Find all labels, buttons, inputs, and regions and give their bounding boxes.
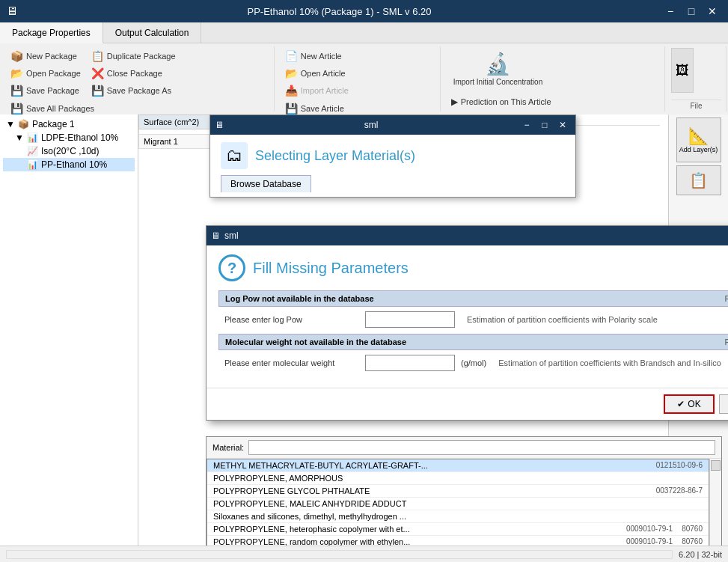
- material-list-container: METHYL METHACRYLATE-BUTYL ACRYLATE-GRAFT…: [207, 459, 721, 546]
- file-group-label: File: [671, 100, 721, 110]
- select-layer-close[interactable]: ✕: [554, 118, 571, 132]
- fill-missing-title-bar: 🖥 sml ✕: [207, 226, 728, 245]
- molweight-input[interactable]: [365, 355, 455, 371]
- material-list-scrollbar[interactable]: [709, 459, 721, 546]
- prediction-buttons: 🔬 Import Initial Concentration ▶ Predict…: [447, 48, 660, 125]
- logpow-form-row: Please enter log Pow Estimation of parti…: [218, 311, 728, 328]
- material-list[interactable]: METHYL METHACRYLATE-BUTYL ACRYLATE-GRAFT…: [207, 459, 709, 546]
- save-package-as-icon: 💾: [91, 85, 104, 97]
- ribbon-tabs: Package Properties Output Calculation: [0, 22, 728, 43]
- package-group: 📦New Package 📂Open Package 💾Save Package…: [1, 46, 275, 112]
- fill-missing-actions: ✔ OK ✕ Cancel: [207, 388, 728, 420]
- duplicate-package-icon: 📋: [91, 50, 104, 62]
- prediction-this-icon: ▶: [451, 97, 458, 107]
- logpow-input[interactable]: [365, 311, 455, 328]
- select-layer-dialog: 🖥 sml − □ ✕ 🗂 Selecting Layer Material(s…: [209, 114, 576, 198]
- select-layer-maximize[interactable]: □: [536, 118, 553, 132]
- tab-output-calculation[interactable]: Output Calculation: [103, 22, 202, 43]
- duplicate-package-button[interactable]: 📋Duplicate Package: [87, 48, 180, 64]
- iso-icon: 📈: [27, 146, 38, 156]
- open-article-button[interactable]: 📂Open Article: [281, 65, 353, 82]
- fill-missing-title-left: 🖥 sml: [211, 230, 239, 241]
- scroll-indicator[interactable]: [6, 550, 673, 559]
- list-item[interactable]: POLYPROPYLENE, heterophasic copolymer wi…: [207, 523, 709, 536]
- browse-database-tab[interactable]: Browse Database: [221, 175, 311, 192]
- title-bar-left: 🖥: [6, 4, 18, 18]
- select-layer-heading: Selecting Layer Material(s): [255, 148, 415, 164]
- select-layer-body: 🗂 Selecting Layer Material(s) Browse Dat…: [210, 135, 575, 197]
- package-icon: 📦: [18, 119, 29, 129]
- layer-action-button[interactable]: 📋: [676, 165, 721, 195]
- import-article-icon: 📥: [285, 85, 298, 97]
- logpow-label: Please enter log Pow: [224, 315, 359, 324]
- list-item[interactable]: METHYL METHACRYLATE-BUTYL ACRYLATE-GRAFT…: [207, 459, 709, 472]
- tree-item-package1[interactable]: ▼ 📦 Package 1: [3, 117, 135, 131]
- save-package-button[interactable]: 💾Save Package: [6, 82, 85, 99]
- fill-missing-heading: Fill Missing Parameters: [253, 260, 409, 277]
- list-item[interactable]: POLYPROPYLENE, MALEIC ANHYDRIDE ADDUCT: [207, 498, 709, 510]
- select-layer-title-btns: − □ ✕: [519, 118, 571, 132]
- close-package-button[interactable]: ❌Close Package: [87, 65, 180, 82]
- layer-action-icon: 📋: [689, 171, 708, 189]
- fill-missing-dialog: 🖥 sml ✕ ? Fill Missing Parameters Log Po…: [206, 225, 728, 421]
- material-name-display: [248, 440, 715, 455]
- save-all-icon: 💾: [10, 103, 23, 114]
- select-layer-title-bar: 🖥 sml − □ ✕: [210, 115, 575, 135]
- select-layer-tabs: Browse Database: [221, 175, 565, 192]
- molweight-hint: Estimation of partition coefficients wit…: [498, 358, 728, 367]
- main-area: ▼ 📦 Package 1 ▼ 📊 LDPE-Ethanol 10% 📈 Iso…: [0, 114, 728, 546]
- ok-icon: ✔: [677, 399, 685, 409]
- prediction-group: 🔬 Import Initial Concentration ▶ Predict…: [442, 46, 665, 112]
- tree-item-ldpe[interactable]: ▼ 📊 LDPE-Ethanol 10%: [3, 131, 135, 144]
- save-package-as-button[interactable]: 💾Save Package As: [87, 82, 180, 99]
- file-buttons: 🖼: [671, 48, 694, 100]
- fill-missing-header-row: ? Fill Missing Parameters: [218, 254, 728, 281]
- logpow-hint: Estimation of partition coefficients wit…: [467, 315, 728, 324]
- status-bar: 6.20 | 32-bit: [0, 546, 728, 562]
- material-label-row: Material:: [207, 437, 721, 459]
- fill-missing-icon: ?: [218, 254, 245, 281]
- tree-item-pp[interactable]: 📊 PP-Ethanol 10%: [3, 158, 135, 171]
- ok-button[interactable]: ✔ OK: [664, 394, 714, 414]
- import-article-button: 📥Import Article: [281, 82, 353, 99]
- select-layer-heading-row: 🗂 Selecting Layer Material(s): [221, 142, 565, 169]
- new-article-icon: 📄: [285, 50, 298, 62]
- material-label: Material:: [212, 443, 244, 452]
- list-item[interactable]: POLYPROPYLENE GLYCOL PHTHALATE 0037228-8…: [207, 485, 709, 498]
- app-icon: 🖥: [6, 4, 18, 18]
- maximize-button[interactable]: □: [682, 4, 701, 19]
- title-bar: 🖥 PP-Ethanol 10% (Package 1) - SML v 6.2…: [0, 0, 728, 22]
- fill-missing-dialog-icon: 🖥: [211, 230, 220, 241]
- ldpe-icon: 📊: [27, 132, 38, 143]
- molweight-unit: (g/mol): [461, 358, 486, 367]
- prediction-this-article-button[interactable]: ▶ Prediction on This Article: [447, 94, 560, 109]
- list-item[interactable]: Siloxanes and silicones, dimethyl, methy…: [207, 510, 709, 523]
- open-package-button[interactable]: 📂Open Package: [6, 65, 85, 82]
- article-group: 📄New Article 📂Open Article 📥Import Artic…: [276, 46, 441, 112]
- pp-icon: 📊: [27, 159, 38, 170]
- expand-icon: ▼: [6, 119, 15, 129]
- new-package-button[interactable]: 📦New Package: [6, 48, 85, 64]
- ribbon-content: 📦New Package 📂Open Package 💾Save Package…: [0, 43, 728, 114]
- minimize-button[interactable]: −: [661, 4, 680, 19]
- tab-package-properties[interactable]: Package Properties: [0, 22, 103, 43]
- material-select-area: Material: METHYL METHACRYLATE-BUTYL ACRY…: [206, 436, 722, 546]
- add-layer-button[interactable]: 📐 Add Layer(s): [676, 117, 721, 162]
- close-package-icon: ❌: [91, 67, 104, 79]
- import-initial-concentration-button[interactable]: 🔬 Import Initial Concentration: [447, 48, 550, 93]
- list-item[interactable]: POLYPROPYLENE, random copolymer with eth…: [207, 536, 709, 546]
- new-article-button[interactable]: 📄New Article: [281, 48, 353, 64]
- close-window-button[interactable]: ✕: [703, 4, 722, 19]
- select-layer-minimize[interactable]: −: [519, 118, 535, 132]
- file-group: 🖼 File: [667, 46, 727, 112]
- version-label: 6.20 | 32-bit: [679, 550, 722, 559]
- cancel-button[interactable]: ✕ Cancel: [719, 394, 728, 414]
- logpow-section-header: Log Pow not available in the database Re…: [218, 290, 728, 307]
- molweight-label: Please enter molecular weight: [224, 358, 359, 367]
- tree-panel: ▼ 📦 Package 1 ▼ 📊 LDPE-Ethanol 10% 📈 Iso…: [0, 114, 138, 546]
- tree-item-iso[interactable]: 📈 Iso(20°C ,10d): [3, 144, 135, 158]
- list-item[interactable]: POLYPROPYLENE, AMORPHOUS: [207, 472, 709, 485]
- add-layer-icon: 📐: [688, 126, 709, 146]
- open-article-icon: 📂: [285, 67, 298, 79]
- save-article-icon: 💾: [285, 103, 298, 114]
